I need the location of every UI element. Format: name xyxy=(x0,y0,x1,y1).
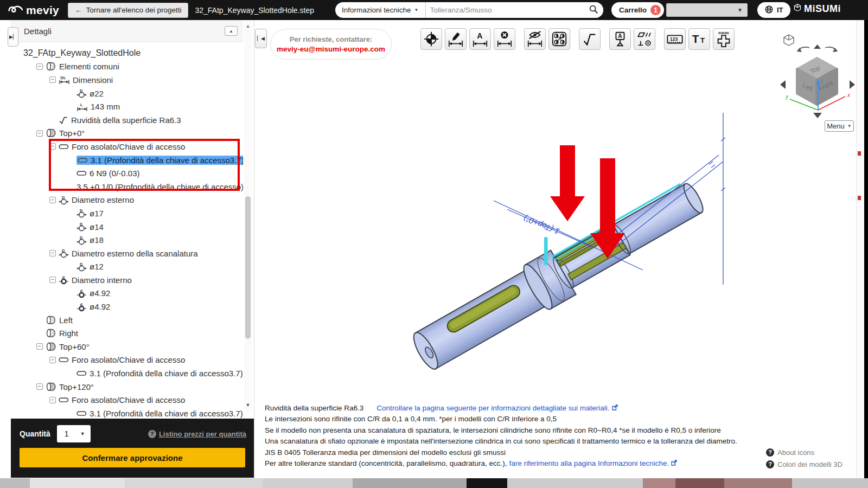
tree-item[interactable]: 3.1 (Profondità della chiave di accesso3… xyxy=(11,153,243,167)
svg-text:123: 123 xyxy=(670,36,678,42)
sidebar-scrollbar[interactable]: ▲ ▼ xyxy=(244,22,252,409)
tree-item-label: Top+0° xyxy=(59,129,85,138)
tree-item[interactable]: dø4.92 xyxy=(11,287,243,300)
scroll-down-icon[interactable]: ▼ xyxy=(244,402,252,408)
tree-item[interactable]: −DLDimensioni xyxy=(11,73,243,87)
tree-item[interactable]: −Foro asolato/Chiave di accesso xyxy=(11,354,243,367)
ruler-123-button[interactable]: 123 xyxy=(664,28,686,50)
surface-roughness-button[interactable] xyxy=(579,28,601,50)
tree-expander[interactable]: − xyxy=(36,63,43,70)
tilt-down-icon[interactable] xyxy=(813,113,822,118)
language-selector[interactable]: IT xyxy=(757,2,790,18)
tree-expander[interactable]: − xyxy=(49,277,56,283)
datum-grid-button[interactable] xyxy=(548,28,570,50)
text-dimension-button[interactable]: A xyxy=(469,28,491,50)
tree-expander[interactable]: − xyxy=(49,197,56,203)
rotate-left-icon[interactable] xyxy=(797,47,809,52)
viewer-menu-button[interactable]: Menu ▼ xyxy=(825,120,854,132)
tree-item[interactable]: Dø14 xyxy=(11,220,243,234)
note-line: Una scanalatura di sfiato opzionale è im… xyxy=(265,436,786,447)
svg-text:6VIEWS: 6VIEWS xyxy=(718,31,729,35)
search-button[interactable] xyxy=(584,2,603,18)
tree-item[interactable]: 3.1 (Profondità della chiave di accesso3… xyxy=(11,367,243,380)
meviy-swoosh-icon xyxy=(8,3,24,17)
tree-item[interactable]: 32_FAtp_Keyway_SlottedHole xyxy=(11,47,243,60)
tree-expander[interactable]: − xyxy=(49,76,56,83)
tree-item[interactable]: Dø22 xyxy=(11,87,243,100)
info-category-dropdown[interactable]: Informazioni tecniche ▼ xyxy=(335,2,425,18)
tree-item-selected[interactable]: 3.1 (Profondità della chiave di accesso3… xyxy=(76,156,243,165)
tree-item[interactable]: 3.5 +0.1/0 (Profondità della chiave di a… xyxy=(11,180,243,194)
view-cube-widget[interactable]: Top Left Front y x z xyxy=(760,26,860,134)
tree-item[interactable]: −Top+60° xyxy=(11,340,243,354)
tree-item[interactable]: Left xyxy=(11,313,243,327)
tree-expander[interactable]: − xyxy=(36,343,43,350)
tree-expander[interactable]: − xyxy=(49,397,56,403)
collapse-panel-button[interactable]: ▲ xyxy=(225,26,238,36)
search-icon xyxy=(589,4,598,16)
scrollbar-thumb[interactable] xyxy=(245,196,251,339)
tree-item-label: ø17 xyxy=(90,209,104,218)
back-to-projects-button[interactable]: ← Tornare all'elenco dei progetti xyxy=(68,3,188,18)
tree-item[interactable]: −Elementi comuni xyxy=(11,60,243,74)
scroll-up-icon[interactable]: ▲ xyxy=(244,23,252,29)
cart-button[interactable]: Carrello 1 xyxy=(611,2,664,18)
edit-dimension-button[interactable] xyxy=(445,28,467,50)
note-link[interactable]: fare riferimento alla pagina Informazion… xyxy=(509,459,669,467)
viewer-collapse-handle[interactable]: ▏◀ xyxy=(255,29,267,48)
tree-expander[interactable]: − xyxy=(36,383,43,390)
tree-item[interactable]: −Top+0° xyxy=(11,127,243,140)
note-text: JIS B 0405 Tolleranza media per dimensio… xyxy=(265,448,506,457)
tree-item[interactable]: −dDiametro interno xyxy=(11,273,243,287)
top-bar: meviy ← Tornare all'elenco dei progetti … xyxy=(0,0,868,20)
tree-item[interactable]: 3.1 (Profondità della chiave di accesso3… xyxy=(11,407,243,419)
chevron-down-icon: ▼ xyxy=(80,431,85,436)
confirm-approval-button[interactable]: Confermare approvazione xyxy=(20,448,245,467)
quantity-select[interactable]: 1 ▼ xyxy=(57,425,91,442)
tilt-up-icon[interactable] xyxy=(814,44,821,49)
tree-item[interactable]: 6 N9 (0/-0.03) xyxy=(11,166,243,180)
cube-mode-icon[interactable] xyxy=(784,35,794,46)
rotate-right-icon[interactable] xyxy=(825,47,838,52)
datum-label-button[interactable]: A xyxy=(609,28,631,50)
tree-item[interactable]: Right xyxy=(11,326,243,340)
external-link-icon xyxy=(610,404,618,412)
tree-item[interactable]: Dø17 xyxy=(11,207,243,220)
tree-item[interactable]: Ruvidità della superficie Ra6.3 xyxy=(11,113,243,127)
rotate-left-step-icon[interactable] xyxy=(780,80,786,89)
about-icons-link[interactable]: ? About icons xyxy=(766,446,843,458)
hide-dimension-button[interactable] xyxy=(524,28,546,50)
contact-email-link[interactable]: meviy-eu@misumi-europe.com xyxy=(277,45,385,53)
tree-item[interactable]: −Foro asolato/Chiave di accesso xyxy=(11,393,243,407)
view-cube[interactable]: Top Left Front xyxy=(797,59,837,104)
tree-item[interactable]: −Foro asolato/Chiave di accesso xyxy=(11,140,243,153)
six-views-button[interactable]: 6VIEWS xyxy=(713,28,735,50)
note-line: JIS B 0405 Tolleranza media per dimensio… xyxy=(265,447,786,458)
tree-expander[interactable]: − xyxy=(36,130,43,137)
datum-target-button[interactable] xyxy=(420,28,442,50)
tree-item[interactable]: Dø12 xyxy=(11,260,243,274)
project-dropdown[interactable]: ▼ xyxy=(666,3,748,17)
note-link[interactable]: Controllare la pagina seguente per infor… xyxy=(376,404,609,412)
model-colors-link[interactable]: ? Colori dei modelli 3D xyxy=(766,458,843,470)
tree-item[interactable]: −Top+120° xyxy=(11,380,243,394)
tree-expander[interactable]: − xyxy=(49,250,56,256)
search-input[interactable] xyxy=(426,6,584,14)
tree-expander[interactable]: − xyxy=(49,143,56,150)
delete-dimension-button[interactable] xyxy=(494,28,515,50)
panel-expand-handle[interactable]: ▶▏ xyxy=(8,27,18,47)
geometric-tolerance-button[interactable] xyxy=(634,28,655,50)
tree-item[interactable]: Dø18 xyxy=(11,233,243,247)
text-size-button[interactable]: TT xyxy=(688,28,710,50)
rotate-right-step-icon[interactable] xyxy=(850,80,855,89)
meviy-logo[interactable]: meviy xyxy=(8,3,59,17)
tree-expander[interactable]: − xyxy=(49,357,56,363)
tree-item[interactable]: −DDiametro esterno della scanalatura xyxy=(11,247,243,260)
page-scrollbar[interactable] xyxy=(856,20,864,478)
3d-viewport[interactable]: 1 (Top+0°) xyxy=(260,108,749,380)
tree-item[interactable]: L143 mm xyxy=(11,100,243,113)
question-icon: ? xyxy=(766,460,774,468)
tree-item[interactable]: dø4.92 xyxy=(11,300,243,313)
tree-item[interactable]: −DDiametro esterno xyxy=(11,194,243,207)
price-list-link[interactable]: ? Listino prezzi per quantità xyxy=(148,430,246,438)
